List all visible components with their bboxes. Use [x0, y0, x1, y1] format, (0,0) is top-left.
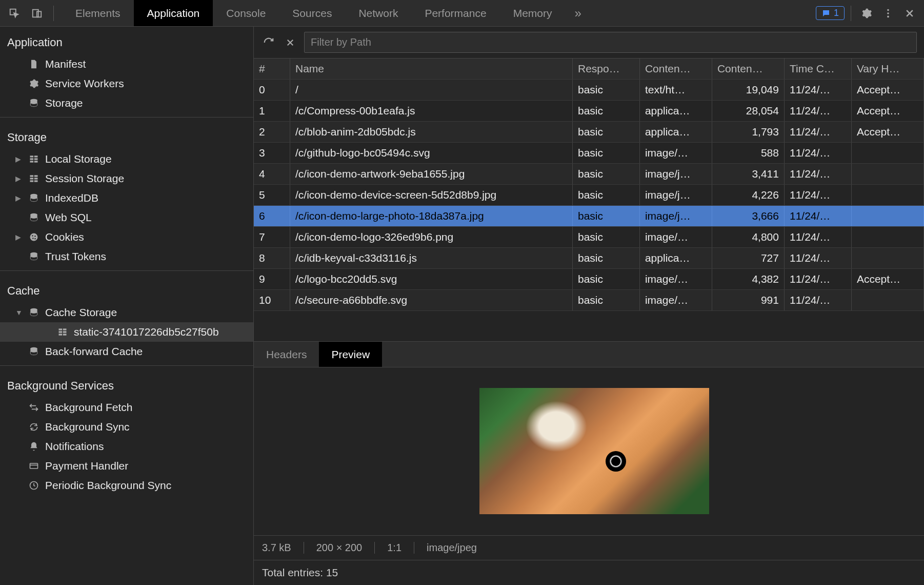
cell-clen: 28,054: [712, 101, 784, 122]
cache-table: # Name Respo… Conten… Conten… Time C… Va…: [254, 59, 924, 342]
tab-memory[interactable]: Memory: [500, 0, 566, 26]
sidebar-item-storage[interactable]: Storage: [0, 93, 253, 113]
cell-ctype: image/…: [639, 143, 712, 164]
cell-vary: Accept…: [851, 101, 923, 122]
svg-point-24: [32, 238, 34, 239]
table-row[interactable]: 0/basictext/ht…19,04911/24/…Accept…: [254, 80, 924, 101]
table-row[interactable]: 3/c/github-logo-bc05494c.svgbasicimage/……: [254, 143, 924, 164]
sidebar-item-payment-handler[interactable]: Payment Handler: [0, 456, 253, 476]
tab-network[interactable]: Network: [345, 0, 411, 26]
messages-badge[interactable]: 1: [816, 6, 845, 20]
sidebar-item-manifest[interactable]: Manifest: [0, 54, 253, 74]
table-row[interactable]: 1/c/Compress-00b1eafa.jsbasicapplica…28,…: [254, 101, 924, 122]
detail-tab-preview[interactable]: Preview: [319, 342, 382, 367]
col-content-length[interactable]: Conten…: [712, 59, 784, 80]
cell-name: /c/secure-a66bbdfe.svg: [290, 290, 573, 311]
sidebar-item-notifications[interactable]: Notifications: [0, 437, 253, 456]
cell-resp: basic: [573, 101, 640, 122]
sidebar-item-label: Notifications: [45, 440, 104, 453]
refresh-icon[interactable]: [261, 35, 276, 50]
table-row[interactable]: 7/c/icon-demo-logo-326ed9b6.pngbasicimag…: [254, 227, 924, 248]
col-content-type[interactable]: Conten…: [639, 59, 712, 80]
col-name[interactable]: Name: [290, 59, 573, 80]
sidebar-item-service-workers[interactable]: Service Workers: [0, 74, 253, 93]
table-row[interactable]: 2/c/blob-anim-2db05bdc.jsbasicapplica…1,…: [254, 122, 924, 143]
toolbar-divider: [53, 6, 54, 21]
svg-rect-17: [30, 180, 34, 182]
inspect-icon[interactable]: [5, 4, 24, 23]
col-index[interactable]: #: [254, 59, 290, 80]
close-icon[interactable]: [900, 4, 919, 23]
sidebar-item-label: static-3741017226db5c27f50b: [74, 326, 219, 338]
col-vary-header[interactable]: Vary H…: [851, 59, 923, 80]
cell-clen: 4,226: [712, 185, 784, 206]
cell-ctype: text/ht…: [639, 80, 712, 101]
settings-icon[interactable]: [857, 4, 876, 23]
sidebar-item-cache-storage[interactable]: ▼Cache Storage: [0, 303, 253, 322]
sidebar-item-label: Periodic Background Sync: [45, 479, 171, 492]
sidebar-item-background-fetch[interactable]: Background Fetch: [0, 398, 253, 417]
table-row[interactable]: 9/c/logo-bcc20dd5.svgbasicimage/…4,38211…: [254, 269, 924, 290]
transfer-icon: [28, 401, 40, 414]
cell-vary: [851, 206, 923, 227]
device-toggle-icon[interactable]: [28, 4, 46, 23]
filter-input[interactable]: [304, 32, 917, 53]
detail-tab-headers[interactable]: Headers: [254, 342, 319, 367]
cell-resp: basic: [573, 269, 640, 290]
cell-ctype: applica…: [639, 122, 712, 143]
cell-time: 11/24/…: [784, 227, 851, 248]
card-icon: [28, 460, 40, 472]
clear-icon[interactable]: [283, 35, 298, 50]
table-row[interactable]: 4/c/icon-demo-artwork-9eba1655.jpgbasici…: [254, 164, 924, 185]
main-area: ApplicationManifestService WorkersStorag…: [0, 27, 924, 585]
table-row[interactable]: 8/c/idb-keyval-c33d3116.jsbasicapplica…7…: [254, 248, 924, 269]
message-icon: [821, 9, 831, 18]
cell-resp: basic: [573, 248, 640, 269]
cell-name: /c/Compress-00b1eafa.js: [290, 101, 573, 122]
table-row[interactable]: 10/c/secure-a66bbdfe.svgbasicimage/…9911…: [254, 290, 924, 311]
table-icon: [56, 326, 69, 338]
tab-elements[interactable]: Elements: [62, 0, 134, 26]
sidebar-item-label: IndexedDB: [45, 192, 98, 204]
svg-rect-29: [63, 328, 67, 330]
sidebar-item-back-forward-cache[interactable]: Back-forward Cache: [0, 342, 253, 361]
sidebar-item-web-sql[interactable]: Web SQL: [0, 208, 253, 227]
svg-point-21: [30, 233, 38, 241]
svg-rect-28: [59, 328, 63, 330]
sidebar-item-label: Service Workers: [45, 77, 124, 90]
svg-point-3: [887, 9, 889, 11]
sidebar-item-cookies[interactable]: ▶Cookies: [0, 227, 253, 247]
tab-sources[interactable]: Sources: [279, 0, 345, 26]
sidebar-item-periodic-background-sync[interactable]: Periodic Background Sync: [0, 476, 253, 495]
tabs-overflow[interactable]: »: [565, 0, 590, 26]
sidebar-item-trust-tokens[interactable]: Trust Tokens: [0, 247, 253, 266]
more-icon[interactable]: [879, 4, 897, 23]
table-row[interactable]: 5/c/icon-demo-device-screen-5d52d8b9.jpg…: [254, 185, 924, 206]
col-time-cached[interactable]: Time C…: [784, 59, 851, 80]
cell-idx: 3: [254, 143, 290, 164]
sidebar-item-indexeddb[interactable]: ▶IndexedDB: [0, 188, 253, 208]
sidebar-item-background-sync[interactable]: Background Sync: [0, 417, 253, 437]
section-title: Cache: [0, 275, 253, 303]
tab-performance[interactable]: Performance: [411, 0, 499, 26]
table-icon: [28, 172, 40, 185]
sidebar-item-label: Cookies: [45, 231, 84, 243]
sidebar-item-static-3741017226db5c27f50b[interactable]: static-3741017226db5c27f50b: [0, 322, 253, 342]
cell-idx: 2: [254, 122, 290, 143]
cell-idx: 10: [254, 290, 290, 311]
filter-bar: [254, 27, 924, 59]
cell-vary: [851, 143, 923, 164]
tab-console[interactable]: Console: [213, 0, 279, 26]
svg-rect-12: [34, 161, 38, 162]
col-response-type[interactable]: Respo…: [573, 59, 640, 80]
sidebar-item-session-storage[interactable]: ▶Session Storage: [0, 169, 253, 188]
svg-rect-32: [59, 334, 63, 335]
svg-rect-14: [34, 175, 38, 177]
sidebar-item-local-storage[interactable]: ▶Local Storage: [0, 149, 253, 169]
tab-application[interactable]: Application: [134, 0, 213, 26]
svg-rect-13: [30, 175, 34, 177]
cell-ctype: image/j…: [639, 206, 712, 227]
cell-resp: basic: [573, 185, 640, 206]
svg-point-4: [887, 12, 889, 14]
table-row[interactable]: 6/c/icon-demo-large-photo-18da387a.jpgba…: [254, 206, 924, 227]
